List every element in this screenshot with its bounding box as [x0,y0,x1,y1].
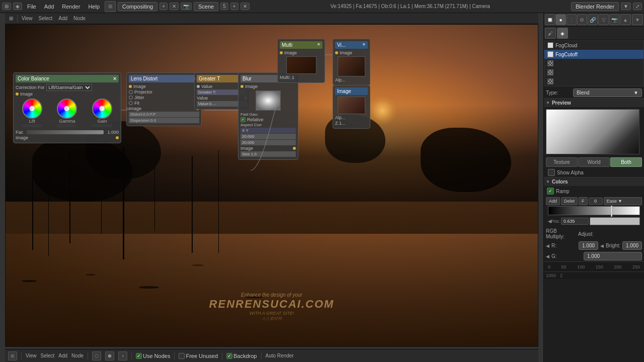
scene-label[interactable]: Scene [194,2,218,11]
rp-icon-constraints[interactable]: 🔗 [588,14,598,25]
render-engine-selector[interactable]: Blender Render [571,2,619,11]
menu-file[interactable]: File [24,3,39,11]
menu-render[interactable]: Render [59,3,83,11]
bb-add[interactable]: Add [58,353,67,358]
pos-input[interactable]: 0.635 [561,218,589,225]
node-editor-icon[interactable]: ⊞ [105,1,116,12]
backdrop-checkbox[interactable]: Backdrop [226,353,257,359]
bright-arrow-left[interactable]: ◀ [600,243,604,248]
blur-relative-check[interactable]: ✓ [240,117,246,122]
blur-xy[interactable]: X Y [240,128,296,133]
camera-icon[interactable]: 📷 [181,3,192,10]
blur-val2[interactable]: 20.000 [240,140,296,145]
rp-texture-icon[interactable]: ◈ [557,28,568,39]
rp-scroll-up[interactable]: ▲ [620,14,631,25]
vt-icon[interactable]: ⊞ [7,16,15,21]
bb-icon3[interactable]: ⬢ [105,351,114,360]
gamma-wheel[interactable] [57,99,77,119]
gradient-bar[interactable] [548,206,640,215]
blur-val1[interactable]: 20.000 [240,134,296,139]
scene-close[interactable]: ✕ [240,3,250,10]
rp-icon-render[interactable]: 📷 [609,14,619,25]
g-input[interactable]: 1.000 [584,252,642,260]
projector-radio[interactable] [129,90,133,94]
add-screen-icon[interactable]: + [159,3,168,10]
ramp-num[interactable]: 0 [589,198,603,205]
mat-fogcutoff[interactable]: FogCutoff [544,50,643,59]
type-dropdown[interactable]: Blend ▼ [573,88,642,97]
close-screen-icon[interactable]: ✕ [170,3,179,10]
rp-icon-physics[interactable]: ⚙ [577,14,587,25]
menu-help[interactable]: Help [85,3,103,11]
mode-selector[interactable]: Compositing [118,2,157,11]
mat-fogcloud[interactable]: FogCloud [544,41,643,50]
use-nodes-checkbox[interactable]: Use Nodes [136,353,170,359]
ramp-checkbox[interactable]: ✓ [547,188,554,195]
tab-world[interactable]: World [578,157,610,167]
ld-disp-val[interactable]: Dispersion:0.0 [129,118,199,123]
menu-add[interactable]: Add [41,3,57,11]
ramp-delete-btn[interactable]: Delet [561,197,578,205]
lift-wheel[interactable] [22,99,42,119]
scene-add[interactable]: + [230,3,238,10]
vt-add[interactable]: Add [56,16,69,21]
mat-checker1[interactable] [544,59,643,68]
jitter-radio[interactable] [129,96,133,100]
r-arrow-left[interactable]: ◀ [546,243,549,248]
rp-icon-particles[interactable]: ⋮ [567,14,577,25]
window-icon[interactable]: ⊞ [2,3,11,10]
tab-both[interactable]: Both [610,157,642,167]
rgb-multiply-row: RGB Multiply: Adjust: [544,227,644,240]
show-alpha-checkbox[interactable] [548,169,555,176]
viewport[interactable]: Enhance the design of your RENRENSUCAI.C… [5,24,538,347]
bb-icon2[interactable]: ⬡ [92,351,101,360]
gamma-slider[interactable] [57,124,77,127]
pos-arrow-left[interactable]: ◀ [548,219,550,224]
fit-radio[interactable] [129,101,133,105]
canvas-area[interactable]: ⊞ View Select Add Node [0,13,543,362]
rp-icon-data[interactable]: ▽ [598,14,608,25]
vt-node[interactable]: Node [71,16,88,21]
fullscreen-icon[interactable]: ⤢ [633,3,642,10]
ease-dropdown[interactable]: Ease ▼ [604,197,642,205]
bright-input[interactable]: 1.000 [622,241,642,250]
mat-checker2[interactable] [544,68,643,77]
bb-view[interactable]: View [26,353,37,358]
node-lens-distort[interactable]: Lens Distort✕ Image Projector Jitter Fit [126,72,202,126]
node-output-2[interactable]: Image Alp... Z.1... [333,85,370,129]
bb-select[interactable]: Select [41,353,55,358]
bottombar-icon1[interactable]: ⊞ [8,351,17,360]
rp-icon-object[interactable]: 🔲 [545,14,555,25]
rp-brush-icon[interactable]: 🖌 [545,28,556,39]
mat-checker3[interactable] [544,77,643,86]
multi-preview [286,56,316,74]
gradient-handle[interactable] [611,206,612,217]
node-multi[interactable]: Multi ✕ Image Multi: 1 [277,39,325,83]
lift-slider[interactable] [22,124,42,127]
gain-wheel[interactable] [92,99,112,119]
rp-icon-material[interactable]: ● [555,14,566,25]
bb-icon4[interactable]: ▪ [118,351,127,360]
node-blur[interactable]: Blur✕ Image Fast Gau: ✓ Relative Aspect … [238,72,298,160]
blur-size[interactable]: Size 1.0 [240,151,296,157]
color-preview[interactable] [590,217,640,225]
gain-slider[interactable] [92,124,112,127]
colors-section-header[interactable]: ▼ Colors [544,177,644,186]
rp-scroll-down[interactable]: ▼ [632,14,643,25]
fac-slider[interactable] [27,130,104,134]
node-output-1[interactable]: Vi... ✕ Image Alp... [333,39,370,85]
vt-select[interactable]: Select [37,16,55,21]
ld-dist-val[interactable]: Distort:0.0.P.P [129,112,199,117]
free-unused-checkbox[interactable]: Free Unused [179,353,218,359]
node-color-balance[interactable]: Color Balance✕ Correction For Lift/Gamma… [13,72,121,143]
screen-icon[interactable]: ◈ [13,3,22,10]
engine-dropdown[interactable]: ▼ [621,3,631,10]
bb-node[interactable]: Node [71,353,84,358]
ramp-add-btn[interactable]: Add [546,197,560,205]
vt-view[interactable]: View [20,16,35,21]
preview-section-header[interactable]: ▼ Preview [544,98,644,107]
g-arrow-left[interactable]: ◀ [546,254,549,259]
r-input[interactable]: 1.000 [579,241,598,250]
tab-texture[interactable]: Texture [546,157,578,167]
correction-select[interactable]: Lift/Gamma/Gain [46,84,92,91]
